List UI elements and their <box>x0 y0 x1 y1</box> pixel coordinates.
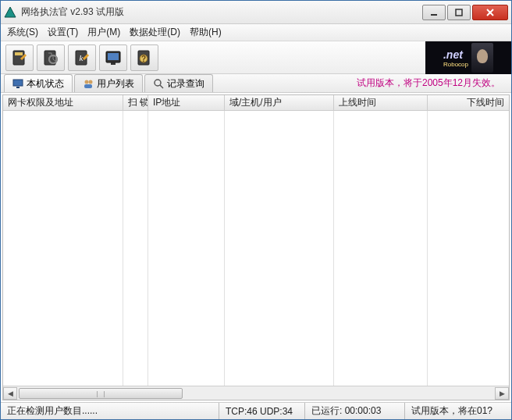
table-col-area <box>428 111 509 386</box>
menu-settings[interactable]: 设置(T) <box>48 26 78 39</box>
toolbar: k ? .net Robocop <box>1 41 511 74</box>
svg-point-23 <box>155 80 161 86</box>
tab-user-list[interactable]: 用户列表 <box>74 74 143 92</box>
logo-subtitle: Robocop <box>443 61 468 68</box>
column-ip[interactable]: IP地址 <box>148 95 225 110</box>
horizontal-scrollbar: ◀ ▶ <box>3 386 509 400</box>
window-controls <box>421 5 508 20</box>
table-header: 网卡权限及地址 扫 锁 IP地址 域/主机/用户 上线时间 下线时间 <box>3 95 509 111</box>
close-button[interactable] <box>472 5 508 20</box>
table-body <box>3 111 509 386</box>
svg-rect-6 <box>15 52 23 55</box>
tabbar: 本机状态 用户列表 记录查询 试用版本，将于2005年12月失效。 <box>1 74 511 93</box>
scroll-track[interactable] <box>17 387 495 400</box>
monitor-icon <box>12 78 23 89</box>
status-uptime: 已运行: 00:00:03 <box>305 403 405 419</box>
status-detecting: 正在检测用户数目...... <box>1 403 219 419</box>
svg-rect-19 <box>16 87 20 88</box>
column-online[interactable]: 上线时间 <box>334 95 428 110</box>
table-col-area <box>334 111 428 386</box>
table-col-area <box>3 111 123 386</box>
toolbar-button-4[interactable] <box>99 44 127 71</box>
tab-local-label: 本机状态 <box>27 77 64 91</box>
window-title: 网络执法官 v2.93 试用版 <box>21 5 421 19</box>
logo-portrait-icon <box>471 43 493 73</box>
status-ports: TCP:46 UDP:34 <box>219 403 305 419</box>
svg-text:?: ? <box>141 55 146 63</box>
toolbar-button-3[interactable]: k <box>68 44 96 71</box>
column-host[interactable]: 域/主机/用户 <box>225 95 334 110</box>
svg-point-20 <box>85 80 89 84</box>
tab-userlist-label: 用户列表 <box>97 77 134 91</box>
svg-line-24 <box>160 85 163 88</box>
titlebar: 网络执法官 v2.93 试用版 <box>1 1 511 24</box>
app-icon <box>4 6 16 19</box>
search-icon <box>153 78 164 89</box>
svg-rect-13 <box>108 53 119 60</box>
menubar: 系统(S) 设置(T) 用户(M) 数据处理(D) 帮助(H) <box>1 24 511 41</box>
tab-logs[interactable]: 记录查询 <box>144 74 213 92</box>
menu-system[interactable]: 系统(S) <box>7 26 38 39</box>
table-col-area <box>123 111 148 386</box>
column-offline[interactable]: 下线时间 <box>428 95 509 110</box>
table-col-area <box>148 111 225 386</box>
scroll-thumb[interactable] <box>19 388 183 399</box>
users-icon <box>83 78 94 89</box>
trial-notice: 试用版本，将于2005年12月失效。 <box>357 74 508 92</box>
menu-data[interactable]: 数据处理(D) <box>130 26 180 39</box>
scroll-left-button[interactable]: ◀ <box>3 387 17 400</box>
scroll-right-button[interactable]: ▶ <box>495 387 509 400</box>
svg-rect-2 <box>456 9 462 16</box>
svg-marker-0 <box>5 7 16 17</box>
app-window: 网络执法官 v2.93 试用版 系统(S) 设置(T) 用户(M) 数据处理(D… <box>0 0 512 420</box>
toolbar-button-5[interactable]: ? <box>130 44 158 71</box>
svg-rect-18 <box>13 80 23 86</box>
svg-rect-14 <box>111 62 116 65</box>
menu-help[interactable]: 帮助(H) <box>190 26 222 39</box>
toolbar-button-1[interactable] <box>5 44 34 71</box>
tab-logs-label: 记录查询 <box>167 77 204 91</box>
toolbar-button-2[interactable] <box>37 44 65 71</box>
minimize-button[interactable] <box>422 5 446 20</box>
logo-brand: .net <box>443 48 468 61</box>
content-area: 网卡权限及地址 扫 锁 IP地址 域/主机/用户 上线时间 下线时间 ◀ ▶ <box>2 94 510 400</box>
column-nic[interactable]: 网卡权限及地址 <box>3 95 123 110</box>
menu-users[interactable]: 用户(M) <box>87 26 120 39</box>
status-trial: 试用版本，将在01? <box>405 403 511 419</box>
maximize-button[interactable] <box>447 5 471 20</box>
svg-rect-22 <box>84 84 92 88</box>
table-col-area <box>225 111 334 386</box>
statusbar: 正在检测用户数目...... TCP:46 UDP:34 已运行: 00:00:… <box>1 402 511 419</box>
tab-local-status[interactable]: 本机状态 <box>4 74 73 92</box>
column-lock[interactable]: 扫 锁 <box>123 95 148 110</box>
logo-banner: .net Robocop <box>425 41 511 74</box>
svg-point-21 <box>89 80 93 84</box>
